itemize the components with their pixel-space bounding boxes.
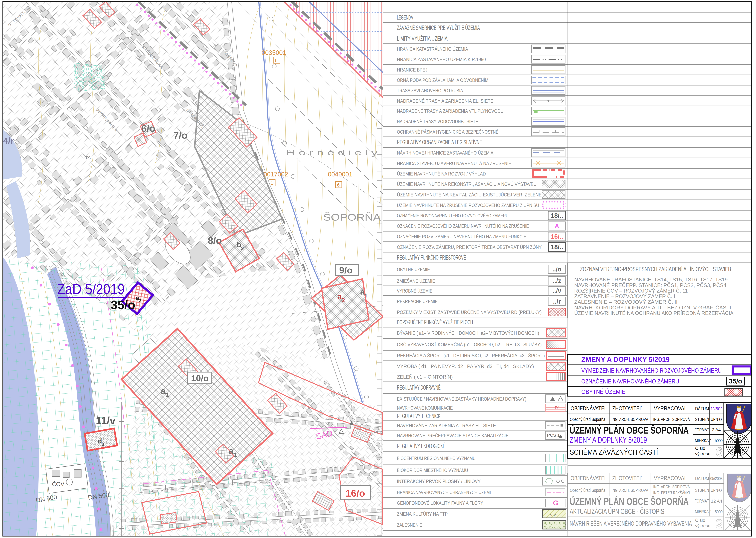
svg-text:a: a [136,295,139,301]
svg-text:A: A [555,223,559,230]
svg-text:6: 6 [275,58,278,63]
svg-text:2: 2 [342,297,345,303]
svg-text:REGULATÍVY DOPRAVNÉ: REGULATÍVY DOPRAVNÉ [397,384,440,391]
svg-text:3: 3 [102,442,104,447]
svg-text:DOPORUČENÉ FUNKČNÉ VYUŽITIE PL: DOPORUČENÉ FUNKČNÉ VYUŽITIE PLOCH [397,319,473,326]
svg-text:ZMENY A DOPLNKY 5/2019: ZMENY A DOPLNKY 5/2019 [581,355,669,363]
svg-text:VÝROBNÉ ÚZEMIE: VÝROBNÉ ÚZEMIE [397,288,433,294]
svg-text:OZNAČENIE NOVONAVRHNUTÉHO ROZV: OZNAČENIE NOVONAVRHNUTÉHO ROZVOJOVÉHO ZÁ… [397,213,508,219]
svg-text:STUPEŇ: STUPEŇ [695,488,709,493]
svg-text:OZNAČENIE ROZVOJOVÉHO ZÁMERU N: OZNAČENIE ROZVOJOVÉHO ZÁMERU NAVRHNUTÉHO… [397,223,529,229]
svg-text:Obecný úrad Šoporňa: Obecný úrad Šoporňa [570,488,605,493]
svg-text:35/o: 35/o [729,377,742,385]
svg-text:STUPEŇ: STUPEŇ [695,417,709,422]
svg-text:BIOKORIDOR MIESTNEHO VÝZNAMU: BIOKORIDOR MIESTNEHO VÝZNAMU [397,467,468,473]
svg-text:ZÁVÄZNÉ SMERNICE PRE VYUŽITIE: ZÁVÄZNÉ SMERNICE PRE VYUŽITIE ÚZEMIA [397,24,480,31]
svg-text:6: 6 [716,445,723,459]
svg-text:POZEMKY V EXIST. ZÁSTAVBE URČE: POZEMKY V EXIST. ZÁSTAVBE URČENÉ NA VÝST… [397,309,542,315]
svg-text:ORNÁ PODA POD ZÁVLAHAMI A ODVO: ORNÁ PODA POD ZÁVLAHAMI A ODVODNENÍM [397,77,488,83]
svg-text:Obecný úrad Šoporňa: Obecný úrad Šoporňa [570,417,605,422]
svg-text:ÚZEMIE NAVRHNUTÉ NA ZRUŠENIE R: ÚZEMIE NAVRHNUTÉ NA ZRUŠENIE ROZVOJOVÉHO… [397,202,539,208]
svg-text:NAVRHOVÁNÉ ZARIADENIA A TRASY: NAVRHOVÁNÉ ZARIADENIA A TRASY EL. SIETE [397,423,496,428]
svg-text:NAVRH. KORIDORY DOPRAVY A TI –: NAVRH. KORIDORY DOPRAVY A TI – BEZ OZN. … [574,305,731,310]
svg-text:18/..: 18/.. [551,212,563,219]
svg-text:1: 1 [365,293,368,298]
svg-text:../z: ../z [552,277,561,284]
svg-text:BIOCENTRUM REGIONÁLNEHO VÝZNAM: BIOCENTRUM REGIONÁLNEHO VÝZNAMU [397,456,476,461]
svg-text:FORMÁT: FORMÁT [695,427,709,432]
svg-text:VÝROBA ( d1– PA NEVÝR. d2– PA: VÝROBA ( d1– PA NEVÝR. d2– PA VÝR. d3– T… [397,363,534,369]
svg-text:DÁTUM: DÁTUM [695,476,709,481]
svg-text:3: 3 [716,517,723,531]
svg-text:MIERKA: MIERKA [695,438,709,443]
svg-text:NÁVRH RIEŠENIA VEREJNÉHO DOPRA: NÁVRH RIEŠENIA VEREJNÉHO DOPRAVNÉHO VYBA… [570,520,692,527]
svg-text:a: a [229,446,234,456]
svg-text:../o: ../o [552,266,561,273]
svg-text:VYMEDZENIE NAVRHOVANÉHO ROZVOJ: VYMEDZENIE NAVRHOVANÉHO ROZVOJOVÉHO ZÁME… [581,367,722,374]
svg-text:4/r: 4/r [3,135,14,145]
svg-text:REGULATÍVY EKOLOGICKÉ: REGULATÍVY EKOLOGICKÉ [397,443,445,450]
svg-text:ÚZEMIE NAVRHNUTÉ NA REVITALIZÁ: ÚZEMIE NAVRHNUTÉ NA REVITALIZÁCIU EXISTU… [397,192,542,197]
svg-text:OZNAČENIE ROZV. ZÁMERU NAVRHNU: OZNAČENIE ROZV. ZÁMERU NAVRHNUTÉHO NA ZM… [397,234,526,240]
svg-text:ZMIEŠANÉ ÚZEMIE: ZMIEŠANÉ ÚZEMIE [397,278,435,284]
svg-text:ZOZNAM VEREJNO-PROSPEŠNÝCH ZAR: ZOZNAM VEREJNO-PROSPEŠNÝCH ZARIADENÍ A L… [580,266,731,273]
svg-text:OBYTNÉ ÚZEMIE: OBYTNÉ ÚZEMIE [397,267,430,272]
svg-text:ING. ARCH. SOPIROVÁ: ING. ARCH. SOPIROVÁ [611,488,648,493]
svg-text:FORMÁT: FORMÁT [695,499,709,504]
svg-text:REGULATÍVY TECHNICKÉ: REGULATÍVY TECHNICKÉ [397,412,443,419]
svg-text:6/o: 6/o [141,123,155,134]
svg-text:11/v: 11/v [96,415,116,426]
svg-text:0017002: 0017002 [263,171,288,178]
svg-text:NAVRHOVANÉ PREČERPÁVACIE STANI: NAVRHOVANÉ PREČERPÁVACIE STANICE KANALIZ… [397,433,508,438]
svg-text:ZMENA KULTÚRY NA TTP: ZMENA KULTÚRY NA TTP [397,511,448,517]
svg-text:TS: TS [85,155,91,160]
svg-text:ZELEŇ ( e1 – CINTORÍN): ZELEŇ ( e1 – CINTORÍN) [397,374,453,380]
svg-text:2 A4: 2 A4 [712,427,721,432]
svg-text:6: 6 [337,182,340,188]
svg-text:LIMITY VYUŽITIA ÚZEMIA: LIMITY VYUŽITIA ÚZEMIA [397,35,447,42]
svg-text:REKREAČNÉ ÚZEMIE: REKREAČNÉ ÚZEMIE [397,298,437,304]
svg-text:AKTUALIZÁCIA ÚPN OBCE - ČISTOP: AKTUALIZÁCIA ÚPN OBCE - ČISTOPIS [570,507,664,515]
svg-text:a: a [360,288,365,296]
svg-text:LEGENDA: LEGENDA [397,14,413,21]
svg-text:ČOV: ČOV [52,481,64,487]
svg-text:-.|.-: -.|.- [550,511,556,516]
svg-text:../v: ../v [552,287,561,294]
svg-text:ZALESNENIE: ZALESNENIE [397,522,422,528]
svg-text:35/o: 35/o [111,298,135,312]
svg-text:ZMENY A DOPLNKY 5/2019: ZMENY A DOPLNKY 5/2019 [570,435,647,445]
svg-text:HRANICA ZASTAVANÉHO ÚZEMIA K R: HRANICA ZASTAVANÉHO ÚZEMIA K R.1990 [397,57,486,62]
svg-text:HRANICE BPEJ: HRANICE BPEJ [397,67,427,73]
svg-text:HRANICA NAVRHOVANÝCH CHRÁNENÝC: HRANICA NAVRHOVANÝCH CHRÁNENÝCH ÚZEMÍ [397,490,491,495]
svg-text:REGULATÍVY ORGANIZAČNÉ A LEGIS: REGULATÍVY ORGANIZAČNÉ A LEGISLATÍVNE [397,138,482,145]
svg-text:ŠOPORŇA: ŠOPORŇA [323,212,381,223]
svg-text:b: b [236,240,241,249]
svg-text:DÁTUM: DÁTUM [695,406,709,411]
svg-text:16/..: 16/.. [551,233,563,240]
svg-text:ING. ARCH. SOPIROVÁ: ING. ARCH. SOPIROVÁ [653,484,690,489]
svg-text:NAVRHOVANÉ PREČERP. STANICE: P: NAVRHOVANÉ PREČERP. STANICE: PČS1, PČS2,… [574,282,727,288]
svg-text:a: a [161,386,166,396]
svg-text:Číslo: Číslo [695,518,705,523]
svg-text:PČS: PČS [373,429,384,435]
svg-text:16/o: 16/o [346,488,365,499]
svg-text:NADRADENÉ TRASY A ZARIADENIA E: NADRADENÉ TRASY A ZARIADENIA EL. SIETE [397,98,494,104]
svg-text:D1: D1 [555,405,560,410]
svg-text:OBJEDNÁVATEĽ: OBJEDNÁVATEĽ [571,405,607,412]
svg-text:1 : 5000: 1 : 5000 [710,438,723,443]
svg-text:OBJEDNÁVATEĽ: OBJEDNÁVATEĽ [571,475,607,481]
svg-text:1: 1 [270,181,273,186]
svg-text:HRANICA KATASTRÁLNEHO ÚZEMIA: HRANICA KATASTRÁLNEHO ÚZEMIA [397,46,468,52]
svg-text:0040001: 0040001 [328,171,352,178]
svg-text:H o r n é d i e l y: H o r n é d i e l y [286,148,378,157]
svg-text:../r: ../r [553,298,561,305]
svg-text:ING. PETER RAKŠÁNYI: ING. PETER RAKŠÁNYI [653,490,690,495]
svg-text:12 A4: 12 A4 [711,499,722,504]
svg-text:NAVRHOVANÉ TRAFOSTANICE: TS14,: NAVRHOVANÉ TRAFOSTANICE: TS14, TS15, TS1… [574,277,727,283]
svg-text:NADRADENÉ TRASY A ZARIADENIA V: NADRADENÉ TRASY A ZARIADENIA VTL PLYNOVO… [397,108,503,114]
svg-text:VYPRACOVAL: VYPRACOVAL [654,405,687,412]
svg-text:NADRADENÉ TRASY VODOVODNEJ SIE: NADRADENÉ TRASY VODOVODNEJ SIETE [397,119,478,124]
svg-text:OZNAČENIE NAVRHOVANÉHO ZÁMERU: OZNAČENIE NAVRHOVANÉHO ZÁMERU [581,378,679,385]
svg-text:18/..: 18/.. [551,243,563,250]
svg-text:ING. ARCH. SOPIROVÁ: ING. ARCH. SOPIROVÁ [611,417,648,422]
